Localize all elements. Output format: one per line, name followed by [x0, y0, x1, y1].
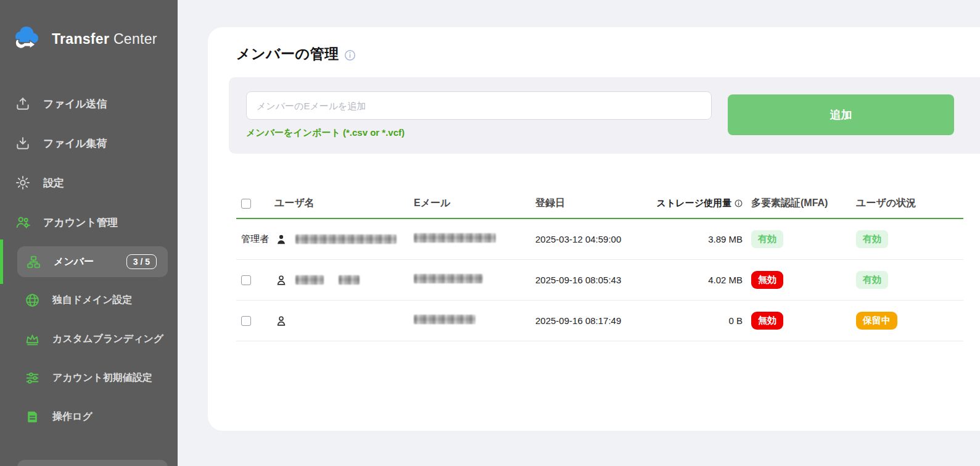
mfa-badge: 無効 [751, 271, 783, 289]
mfa-cell: 無効 [751, 271, 856, 289]
download-icon [15, 135, 31, 151]
column-header: Eメール [414, 197, 535, 210]
storage-info-icon[interactable] [735, 199, 743, 207]
status-badge: 有効 [856, 271, 888, 289]
sidebar-subitem-label: メンバー [54, 256, 94, 268]
column-header-label: ユーザの状況 [856, 198, 916, 208]
add-member-form: メンバーをインポート (*.csv or *.vcf) 追加 [229, 77, 980, 154]
cloud-transfer-logo-icon [12, 23, 44, 54]
sitemap-icon [26, 254, 41, 270]
person-filled-icon [274, 233, 288, 246]
column-header: ユーザ名 [274, 197, 414, 210]
column-header: ユーザの状況 [856, 197, 963, 210]
import-members-link[interactable]: メンバーをインポート (*.csv or *.vcf) [246, 127, 405, 139]
select-cell [236, 316, 274, 326]
user-cell [274, 273, 414, 287]
redacted-email [414, 274, 483, 283]
add-member-button[interactable]: 追加 [728, 94, 954, 135]
sidebar-next-item-partial[interactable] [17, 460, 168, 466]
role-label: 管理者 [241, 233, 269, 244]
person-outline-icon [274, 314, 288, 328]
sidebar-item-label: ファイル送信 [43, 97, 107, 111]
brand-logo: Transfer Center [0, 0, 178, 54]
column-header-label: 登録日 [535, 198, 565, 208]
page-title: メンバーの管理 [236, 44, 339, 64]
select-all-checkbox[interactable] [241, 199, 251, 209]
column-header-label: ストレージ使用量 [657, 198, 731, 209]
crown-icon [25, 331, 40, 347]
column-header: 多要素認証(MFA) [751, 197, 856, 210]
sidebar-item-1[interactable]: ファイル集荷 [0, 123, 178, 163]
sidebar-subitem-2[interactable]: カスタムブランディング [0, 320, 178, 359]
storage-usage: 4.02 MB [640, 275, 751, 285]
status-cell: 有効 [856, 271, 963, 289]
sidebar-item-3[interactable]: アカウント管理 [0, 202, 178, 242]
status-badge: 有効 [856, 230, 888, 248]
user-cell [274, 314, 414, 328]
sidebar-subitem-label: カスタムブランディング [52, 333, 163, 346]
sidebar-subitem-1[interactable]: 独自ドメイン設定 [0, 281, 178, 320]
column-header-label: Eメール [414, 198, 450, 208]
column-header-label: ユーザ名 [274, 198, 315, 208]
redacted-email [414, 233, 496, 243]
table-row: 2025-09-16 08:17:49 0 B 無効 保留中 [236, 301, 963, 341]
sidebar-item-label: アカウント管理 [43, 215, 118, 230]
email-cell [414, 315, 535, 327]
sidebar-item-2[interactable]: 設定 [0, 163, 178, 202]
status-cell: 有効 [856, 230, 963, 248]
user-cell [274, 233, 414, 246]
sidebar-subitem-label: 操作ログ [52, 410, 93, 423]
registered-date: 2025-09-16 08:17:49 [535, 315, 640, 326]
status-badge: 保留中 [856, 312, 897, 330]
info-icon[interactable] [344, 49, 356, 61]
column-header: ストレージ使用量 [640, 198, 751, 209]
email-cell [414, 233, 535, 245]
mfa-badge: 無効 [751, 312, 783, 330]
log-icon [25, 409, 40, 425]
table-header-row: ユーザ名Eメール登録日ストレージ使用量多要素認証(MFA)ユーザの状況 [236, 197, 963, 219]
redacted-username [339, 275, 360, 285]
status-cell: 保留中 [856, 312, 963, 330]
member-email-input[interactable] [246, 91, 712, 120]
mfa-badge: 有効 [751, 230, 783, 248]
row-checkbox[interactable] [241, 275, 251, 285]
row-checkbox[interactable] [241, 316, 251, 326]
registered-date: 2025-09-16 08:05:43 [535, 275, 640, 285]
select-cell [236, 275, 274, 285]
sidebar-subitem-0[interactable]: メンバー3 / 5 [17, 246, 168, 277]
sidebar-subitem-label: アカウント初期値設定 [52, 372, 152, 385]
members-table: ユーザ名Eメール登録日ストレージ使用量多要素認証(MFA)ユーザの状況管理者 2… [236, 197, 963, 341]
table-row: 2025-09-16 08:05:43 4.02 MB 無効 有効 [236, 260, 963, 301]
mfa-cell: 有効 [751, 230, 856, 248]
redacted-email [414, 315, 476, 324]
globe-icon [25, 293, 40, 308]
sidebar-item-label: 設定 [43, 176, 64, 190]
mfa-cell: 無効 [751, 312, 856, 330]
upload-icon [15, 96, 31, 112]
person-outline-icon [274, 273, 288, 287]
sidebar-subitem-4[interactable]: 操作ログ [0, 397, 178, 436]
page-header: メンバーの管理 [236, 44, 980, 64]
redacted-username [295, 275, 324, 285]
redacted-username [295, 235, 397, 244]
sidebar-item-0[interactable]: ファイル送信 [0, 84, 178, 123]
sidebar-subitem-3[interactable]: アカウント初期値設定 [0, 359, 178, 397]
add-member-left: メンバーをインポート (*.csv or *.vcf) [246, 91, 712, 139]
sidebar-item-label: ファイル集荷 [43, 136, 107, 151]
registered-date: 2025-03-12 04:59:00 [535, 234, 640, 244]
select-cell: 管理者 [236, 233, 274, 245]
storage-usage: 0 B [640, 315, 751, 326]
header-select-cell [236, 199, 274, 209]
column-header-label: 多要素認証(MFA) [751, 198, 828, 208]
storage-usage: 3.89 MB [640, 234, 751, 244]
gear-icon [15, 175, 31, 191]
active-indicator-bar [0, 239, 3, 284]
account-group-icon [15, 214, 31, 230]
brand-name: Transfer Center [52, 31, 157, 48]
content-card: メンバーの管理 メンバーをインポート (*.csv or *.vcf) 追加 ユ… [208, 27, 980, 431]
table-row: 管理者 2025-03-12 04:59:00 3.89 MB 有効 有効 [236, 219, 963, 260]
sidebar-nav: ファイル送信 ファイル集荷 設定 アカウント管理 メンバー3 / 5 独自ドメイ… [0, 84, 178, 436]
sidebar-subitem-label: 独自ドメイン設定 [52, 294, 133, 307]
member-count-badge: 3 / 5 [126, 254, 157, 269]
main-area: メンバーの管理 メンバーをインポート (*.csv or *.vcf) 追加 ユ… [178, 0, 980, 466]
